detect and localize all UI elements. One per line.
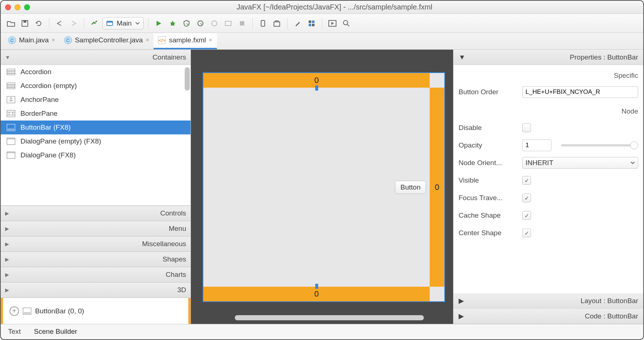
- button-order-input[interactable]: [522, 86, 638, 98]
- list-item[interactable]: BorderPane: [1, 107, 191, 121]
- prop-label: Focus Trave...: [459, 194, 517, 202]
- svg-rect-25: [7, 110, 15, 117]
- save-icon[interactable]: [19, 18, 31, 29]
- opacity-input[interactable]: [522, 140, 551, 151]
- anchor-icon: [6, 96, 16, 104]
- close-icon[interactable]: ×: [209, 37, 212, 43]
- structure-icon[interactable]: [306, 18, 317, 29]
- item-label: ButtonBar (FX8): [20, 123, 71, 131]
- coverage-icon[interactable]: [181, 18, 192, 29]
- svg-rect-22: [7, 87, 15, 89]
- layout-header[interactable]: ▶ Layout : ButtonBar: [453, 293, 643, 309]
- container-icon: [6, 82, 16, 90]
- zoom-window-button[interactable]: [24, 4, 30, 10]
- minimize-window-button[interactable]: [15, 4, 20, 10]
- borderpane-top-slot[interactable]: 0: [203, 73, 430, 88]
- scrollbar-thumb[interactable]: [185, 67, 190, 91]
- sdk-icon[interactable]: [271, 18, 283, 29]
- hierarchy-panel: + ButtonBar (0, 0): [1, 298, 191, 324]
- visible-checkbox[interactable]: ✓: [522, 176, 531, 185]
- svg-rect-9: [261, 20, 265, 26]
- disclosure-right-icon: ▶: [5, 287, 9, 293]
- cache-checkbox[interactable]: ✓: [522, 211, 531, 220]
- buttonbar-icon: [23, 307, 31, 315]
- attach-icon[interactable]: [208, 18, 220, 29]
- tab-scene-builder[interactable]: Scene Builder: [33, 325, 79, 340]
- debug-icon[interactable]: [167, 18, 178, 29]
- svg-rect-11: [309, 20, 311, 23]
- svg-rect-33: [24, 312, 30, 314]
- disable-checkbox[interactable]: [522, 123, 531, 132]
- slider-thumb[interactable]: [630, 141, 638, 149]
- section-label: Menu: [12, 225, 186, 233]
- svg-rect-18: [7, 71, 15, 73]
- chevron-down-icon: [135, 22, 140, 25]
- tab-sample-fxml[interactable]: </> sample.fxml ×: [154, 33, 217, 49]
- resize-handle[interactable]: [315, 85, 318, 91]
- category-menu[interactable]: ▶Menu: [1, 221, 191, 236]
- list-item[interactable]: Accordion: [1, 65, 191, 79]
- properties-header[interactable]: ▼ Properties : ButtonBar: [453, 50, 643, 65]
- category-miscellaneous[interactable]: ▶Miscellaneous: [1, 236, 191, 252]
- opacity-slider[interactable]: [561, 144, 638, 146]
- back-icon[interactable]: [54, 18, 65, 29]
- list-item[interactable]: ButtonBar (FX8): [1, 121, 191, 134]
- prop-label: Disable: [459, 124, 517, 132]
- fxml-file-icon: </>: [158, 36, 166, 44]
- center-checkbox[interactable]: ✓: [522, 229, 531, 237]
- list-item[interactable]: Accordion (empty): [1, 79, 191, 93]
- list-item[interactable]: DialogPane (empty) (FX8): [1, 134, 191, 148]
- chevron-down-icon: [630, 161, 635, 164]
- horizontal-scrollbar[interactable]: [235, 315, 424, 320]
- close-icon[interactable]: ×: [52, 37, 55, 43]
- java-class-icon: C: [8, 36, 16, 44]
- containers-section-header[interactable]: ▼ Containers: [1, 50, 191, 65]
- disclosure-right-icon: ▶: [5, 272, 9, 278]
- window-controls: [5, 4, 30, 10]
- open-icon[interactable]: [5, 18, 17, 29]
- search-icon[interactable]: [340, 18, 352, 29]
- close-icon[interactable]: ×: [146, 37, 149, 43]
- category-3d[interactable]: ▶3D: [1, 282, 191, 298]
- preview-button[interactable]: Button: [395, 181, 426, 194]
- prop-node-orientation: Node Orient... INHERIT: [459, 154, 638, 172]
- prop-label: Cache Shape: [459, 211, 517, 219]
- list-item[interactable]: AnchorPane: [1, 93, 191, 107]
- forward-icon[interactable]: [68, 18, 79, 29]
- section-label: Charts: [12, 271, 186, 279]
- stop-icon[interactable]: [236, 18, 248, 29]
- tab-main-java[interactable]: C Main.java ×: [4, 33, 60, 49]
- category-controls[interactable]: ▶Controls: [1, 206, 191, 221]
- profile-icon[interactable]: [195, 18, 206, 29]
- buttonbar-icon: [6, 123, 16, 131]
- category-charts[interactable]: ▶Charts: [1, 267, 191, 282]
- main-area: ▼ Containers Accordion Accordion (empty)…: [1, 50, 643, 324]
- borderpane-bottom-slot[interactable]: 0: [203, 287, 430, 301]
- borderpane-right-slot[interactable]: 0: [430, 88, 444, 287]
- orientation-select[interactable]: INHERIT: [522, 157, 638, 169]
- close-window-button[interactable]: [5, 4, 11, 10]
- avd-icon[interactable]: [257, 18, 269, 29]
- focus-checkbox[interactable]: ✓: [522, 194, 531, 202]
- code-header[interactable]: ▶ Code : ButtonBar: [453, 309, 643, 324]
- settings-icon[interactable]: [292, 18, 304, 29]
- refresh-icon[interactable]: [33, 18, 45, 29]
- category-shapes[interactable]: ▶Shapes: [1, 252, 191, 267]
- resize-handle[interactable]: [315, 284, 318, 289]
- list-item[interactable]: DialogPane (FX8): [1, 148, 191, 162]
- run-target-icon[interactable]: [327, 18, 338, 29]
- run-config-selector[interactable]: Main: [102, 17, 144, 30]
- add-icon[interactable]: +: [10, 306, 19, 316]
- tab-samplecontroller-java[interactable]: C SampleController.java ×: [60, 33, 154, 49]
- run-anything-icon[interactable]: [222, 18, 234, 29]
- svg-rect-17: [7, 69, 15, 71]
- inset-value: 0: [314, 289, 319, 299]
- build-icon[interactable]: [88, 18, 100, 29]
- borderpane-preview[interactable]: 0 0 0 Button: [203, 72, 445, 302]
- tab-text[interactable]: Text: [7, 325, 22, 340]
- svg-rect-7: [225, 21, 231, 26]
- design-canvas[interactable]: 0 0 0 Button: [191, 50, 453, 324]
- run-icon[interactable]: [153, 18, 165, 29]
- hierarchy-item-label[interactable]: ButtonBar (0, 0): [35, 307, 84, 315]
- item-label: DialogPane (empty) (FX8): [20, 137, 101, 145]
